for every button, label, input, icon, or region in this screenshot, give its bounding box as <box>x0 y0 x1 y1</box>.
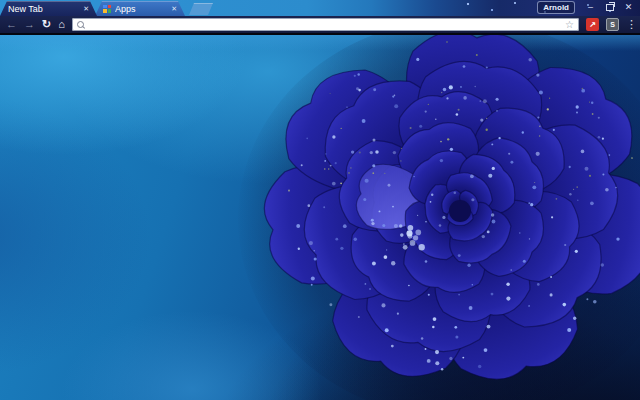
blue-rose-image <box>0 35 640 400</box>
tab-apps[interactable]: Apps ✕ <box>95 1 185 16</box>
minimize-button[interactable]: – <box>582 2 599 14</box>
forward-button[interactable]: → <box>24 19 35 30</box>
omnibox-input[interactable] <box>89 20 560 30</box>
browser-window: New Tab ✕ Apps ✕ Arnold – ✕ ← → ↻ ⌂ <box>0 0 640 400</box>
home-button[interactable]: ⌂ <box>58 19 65 30</box>
tab-label: Apps <box>115 4 136 14</box>
toolbar: ← → ↻ ⌂ ☆ ↗ S ⋮ <box>0 16 640 35</box>
apps-grid-square <box>103 9 107 13</box>
search-icon <box>77 21 84 28</box>
restore-icon <box>606 4 614 11</box>
browser-menu-icon[interactable]: ⋮ <box>626 19 634 30</box>
apps-grid-square <box>103 5 107 9</box>
new-tab-page-wallpaper <box>0 35 640 400</box>
tab-strip: New Tab ✕ Apps ✕ Arnold – ✕ <box>0 0 640 16</box>
restore-button[interactable] <box>601 2 618 14</box>
omnibox[interactable]: ☆ <box>72 18 579 31</box>
tab-close-icon[interactable]: ✕ <box>83 5 89 12</box>
back-button[interactable]: ← <box>6 19 17 30</box>
tab-close-icon[interactable]: ✕ <box>171 5 177 12</box>
close-button[interactable]: ✕ <box>620 2 637 14</box>
tab-label: New Tab <box>8 4 43 14</box>
apps-grid-icon <box>103 5 111 13</box>
apps-grid-square <box>108 5 112 9</box>
profile-name-badge[interactable]: Arnold <box>537 1 575 14</box>
window-controls: Arnold – ✕ <box>537 1 637 14</box>
apps-grid-square <box>108 9 112 13</box>
tab-new-tab[interactable]: New Tab ✕ <box>0 1 97 16</box>
extension-s-icon[interactable]: S <box>606 18 619 31</box>
bookmark-star-icon[interactable]: ☆ <box>565 20 574 30</box>
new-tab-button[interactable] <box>189 3 213 15</box>
reload-button[interactable]: ↻ <box>42 19 51 30</box>
extension-red-arrow-icon[interactable]: ↗ <box>586 18 599 31</box>
